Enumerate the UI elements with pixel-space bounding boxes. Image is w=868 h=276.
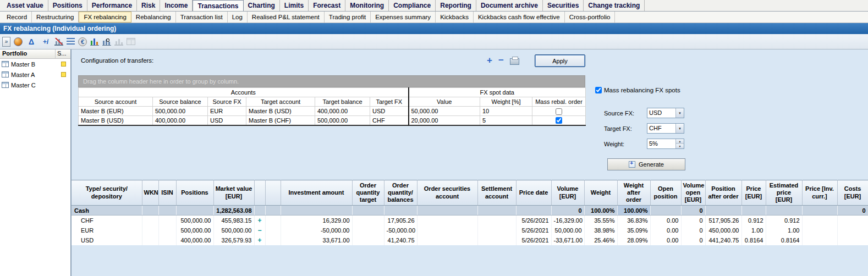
pos-column-settlement-account[interactable]: Settlement account — [477, 180, 516, 206]
source-fx-dropdown[interactable]: USD — [647, 108, 684, 118]
pos-column-weight[interactable]: Weight — [584, 180, 617, 206]
column-header-weight[interactable]: Weight [%] — [480, 97, 532, 107]
tab-risk[interactable]: Risk — [137, 0, 160, 11]
weight-value: 5% — [647, 139, 675, 148]
subtab-fx-rebalancing[interactable]: FX rebalancing — [79, 12, 131, 23]
apply-button[interactable]: Apply — [535, 54, 585, 67]
chevron-down-icon[interactable] — [675, 108, 684, 118]
pos-column-volume-eur[interactable]: Volume [EUR] — [551, 180, 584, 206]
pos-column-market-value-eur[interactable]: Market value [EUR] — [213, 180, 254, 206]
pos-column-price-inv-curr[interactable]: Price [Inv. curr.] — [802, 180, 837, 206]
subtab-cross-portfolio[interactable]: Cross-portfolio — [565, 12, 616, 23]
tab-transactions[interactable]: Transactions — [193, 0, 243, 11]
tab-reporting[interactable]: Reporting — [436, 0, 476, 11]
column-header-target-balance[interactable]: Target balance — [315, 97, 370, 107]
pos-column-position-after-order[interactable]: Position after order — [705, 180, 741, 206]
pos-column-estimated-price-eur[interactable]: Estimated price [EUR] — [766, 180, 802, 206]
subtab-expenses-summary[interactable]: Expenses summary — [371, 12, 436, 23]
position-row-chf[interactable]: CHF500,000.00455,983.15+16,329.0017,905.… — [72, 216, 868, 225]
tab-securities[interactable]: Securities — [543, 0, 584, 11]
pos-column-empty-5[interactable] — [254, 180, 265, 206]
pos-column-weight-after-order[interactable]: Weight after order — [617, 180, 650, 206]
subtab-log[interactable]: Log — [228, 12, 248, 23]
chevron-down-icon[interactable] — [675, 124, 684, 133]
subtab-transaction-list[interactable]: Transaction list — [176, 12, 228, 23]
remove-transfer-icon[interactable]: − — [498, 57, 504, 64]
tab-forecast[interactable]: Forecast — [309, 0, 345, 11]
transfer-row-master-b-usd[interactable]: Master B (USD)400,000.00USDMaster B (CHF… — [79, 116, 586, 125]
pos-column-open-position[interactable]: Open position — [650, 180, 681, 206]
chart-search-icon[interactable] — [102, 37, 111, 46]
group-row-cash[interactable]: Cash1,282,563.080100.00%100.00%00 — [72, 206, 868, 216]
tab-asset-value[interactable]: Asset value — [2, 0, 48, 11]
pos-column-wkn[interactable]: WKN — [142, 180, 158, 206]
tab-document-archive[interactable]: Document archive — [476, 0, 543, 11]
column-header-target-account[interactable]: Target account — [246, 97, 315, 107]
pos-column-empty-6[interactable] — [265, 180, 281, 206]
subtab-rebalancing[interactable]: Rebalancing — [131, 12, 176, 23]
s-column-header[interactable]: S... — [56, 49, 70, 58]
mass-rebalancing-checkbox-row[interactable]: Mass rebalancing FX spots — [595, 87, 680, 93]
portfolio-item-master-b[interactable]: Master B — [0, 59, 70, 69]
arrow-down-icon[interactable] — [676, 144, 684, 148]
tab-charting[interactable]: Charting — [244, 0, 280, 11]
add-transfer-icon[interactable]: + — [487, 57, 492, 64]
generate-button[interactable]: Generate — [607, 158, 685, 170]
tab-compliance[interactable]: Compliance — [389, 0, 436, 11]
target-fx-dropdown[interactable]: CHF — [647, 123, 684, 134]
subtab-trading-profit[interactable]: Trading profit — [325, 12, 371, 23]
pos-column-type-security-depository[interactable]: Type/ security/ depository — [72, 180, 142, 206]
expand-toolbar-icon[interactable]: » — [2, 37, 10, 47]
portfolio-item-master-a[interactable]: Master A — [0, 69, 70, 80]
pos-column-investment-amount[interactable]: Investment amount — [281, 180, 352, 206]
tab-change-tracking[interactable]: Change tracking — [584, 0, 645, 11]
subtab-restructuring[interactable]: Restructuring — [32, 12, 79, 23]
pos-column-costs-eur[interactable]: Costs [EUR] — [837, 180, 868, 206]
cell: 20,000.00 — [409, 116, 480, 125]
subtab-kickbacks-cash-flow-effective[interactable]: Kickbacks cash flow effective — [474, 12, 565, 23]
mass-rebalancing-checkbox[interactable] — [595, 87, 602, 93]
sliders-icon[interactable] — [67, 38, 75, 45]
pos-column-price-date[interactable]: Price date — [516, 180, 551, 206]
pos-column-isin[interactable]: ISIN — [158, 180, 176, 206]
column-header-source-account[interactable]: Source account — [79, 97, 153, 107]
pos-column-positions[interactable]: Positions — [176, 180, 213, 206]
position-row-usd[interactable]: USD400,000.00326,579.93+33,671.0041,240.… — [72, 235, 868, 245]
add-info-icon[interactable]: +i — [40, 36, 51, 47]
subtab-kickbacks[interactable]: Kickbacks — [436, 12, 474, 23]
mass-rebalancing-label: Mass rebalancing FX spots — [604, 87, 680, 93]
delta-icon[interactable]: Δ — [26, 36, 37, 47]
pos-column-order-securities-account[interactable]: Order securities account — [417, 180, 477, 206]
column-header-source-balance[interactable]: Source balance — [153, 97, 208, 107]
weight-stepper[interactable]: 5% — [647, 139, 684, 149]
column-header-mass-rebal-order[interactable]: Mass rebal. order — [532, 97, 586, 107]
sphere-icon[interactable] — [14, 37, 23, 46]
transfer-row-master-b-eur[interactable]: Master B (EUR)500,000.00EURMaster B (USD… — [79, 107, 586, 116]
tab-monitoring[interactable]: Monitoring — [345, 0, 389, 11]
column-header-source-fx[interactable]: Source FX — [208, 97, 246, 107]
group-by-bar[interactable]: Drag the column header here in order to … — [78, 75, 585, 87]
tab-performance[interactable]: Performance — [87, 0, 137, 11]
pos-column-price-eur[interactable]: Price [EUR] — [741, 180, 766, 206]
arrow-up-icon[interactable] — [676, 139, 684, 144]
column-header-target-fx[interactable]: Target FX — [370, 97, 409, 107]
print-icon[interactable] — [510, 58, 519, 65]
portfolio-item-master-c[interactable]: Master C — [0, 80, 70, 90]
chart-crossed-icon[interactable] — [54, 38, 63, 46]
euro-coin-icon[interactable]: € — [78, 37, 87, 46]
cell: USD — [208, 116, 246, 125]
pos-column-order-quantity-target[interactable]: Order quantity target — [352, 180, 384, 206]
mass-rebal-order-checkbox[interactable] — [556, 108, 562, 115]
bar-chart-icon[interactable] — [90, 37, 99, 46]
pos-column-order-quantity-balances[interactable]: Order quantity/ balances — [384, 180, 417, 206]
portfolio-column-header[interactable]: Portfolio — [0, 49, 56, 58]
pos-column-volume-open-eur[interactable]: Volume open [EUR] — [681, 180, 705, 206]
tab-limits[interactable]: Limits — [280, 0, 309, 11]
subtab-realised-p-l-statement[interactable]: Realised P&L statement — [248, 12, 325, 23]
tab-positions[interactable]: Positions — [48, 0, 87, 11]
mass-rebal-order-checkbox[interactable] — [556, 117, 562, 124]
tab-income[interactable]: Income — [160, 0, 193, 11]
column-header-value[interactable]: Value — [409, 97, 480, 107]
position-row-eur[interactable]: EUR500,000.00500,000.00−-50,000.00-50,00… — [72, 225, 868, 235]
subtab-record[interactable]: Record — [2, 12, 32, 23]
